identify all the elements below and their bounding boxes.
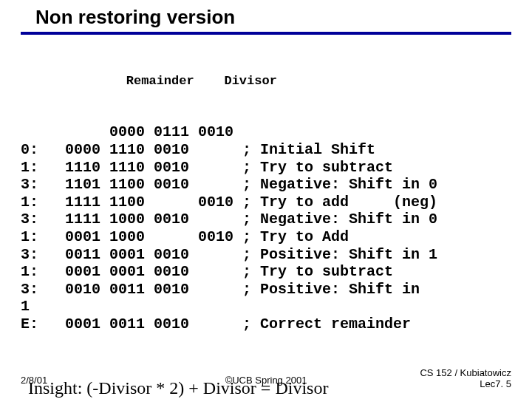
pad2 bbox=[194, 74, 225, 88]
table-rows: 0000 0111 0010 0: 0000 1110 0010 ; Initi… bbox=[21, 123, 532, 332]
table-row: 1: 1111 1100 0010 ; Try to add (neg) bbox=[21, 194, 532, 211]
footer-course: CS 152 / Kubiatowicz Lec7. 5 bbox=[420, 368, 511, 390]
table-row: 0: 0000 1110 0010 ; Initial Shift bbox=[21, 141, 532, 159]
header-divisor: Divisor bbox=[224, 74, 276, 88]
header-remainder: Remainder bbox=[126, 74, 194, 88]
slide: Non restoring version Remainder Divisor … bbox=[0, 0, 532, 399]
table-row: 1: 0001 1000 0010 ; Try to Add bbox=[21, 228, 532, 246]
table-row: 3: 1111 1000 0010 ; Negative: Shift in 0 bbox=[21, 211, 532, 228]
footer-course-line1: CS 152 / Kubiatowicz bbox=[420, 368, 511, 379]
algorithm-table: Remainder Divisor 0000 0111 0010 0: 0000… bbox=[21, 39, 532, 368]
table-row: 0000 0111 0010 bbox=[21, 123, 532, 141]
table-row: 1 bbox=[21, 298, 532, 316]
table-row: 3: 0010 0011 0010 ; Positive: Shift in bbox=[21, 281, 532, 299]
footer-course-line2: Lec7. 5 bbox=[420, 379, 511, 390]
table-row: 3: 0011 0001 0010 ; Positive: Shift in 1 bbox=[21, 246, 532, 264]
pad bbox=[21, 74, 126, 88]
table-row: 3: 1101 1100 0010 ; Negative: Shift in 0 bbox=[21, 176, 532, 194]
table-row: 1: 0001 0001 0010 ; Try to subtract bbox=[21, 263, 532, 281]
title-underline bbox=[21, 32, 511, 35]
table-header: Remainder Divisor bbox=[21, 74, 532, 89]
table-row: 1: 1110 1110 0010 ; Try to subtract bbox=[21, 159, 532, 177]
title-wrap: Non restoring version bbox=[0, 0, 532, 29]
table-row: E: 0001 0011 0010 ; Correct remainder bbox=[21, 316, 532, 333]
slide-title: Non restoring version bbox=[35, 6, 235, 28]
